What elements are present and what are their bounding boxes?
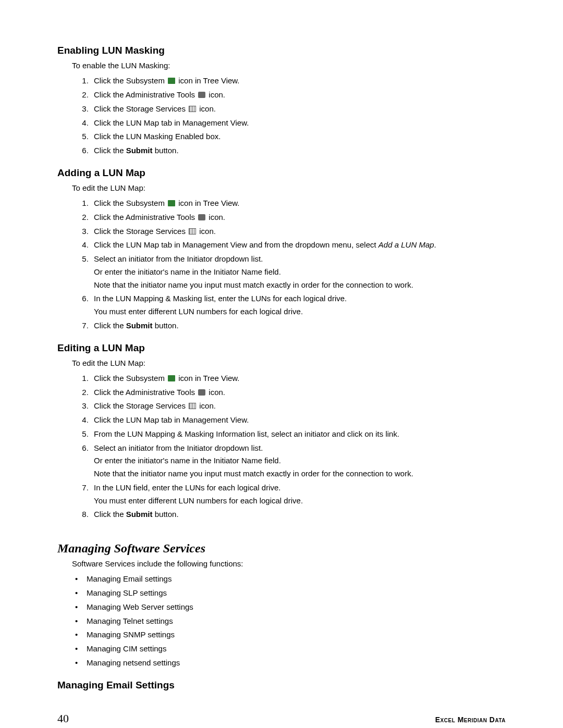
step-item: In the LUN field, enter the LUNs for eac…: [91, 481, 506, 508]
step-text: In the LUN field, enter the LUNs for eac…: [94, 483, 281, 492]
step-item: Click the Administrative Tools icon.: [91, 211, 506, 225]
step-item: From the LUN Mapping & Masking Informati…: [91, 427, 506, 441]
step-text: button.: [153, 321, 179, 330]
step-subline: You must enter different LUN numbers for…: [94, 306, 506, 317]
step-item: In the LUN Mapping & Masking list, enter…: [91, 292, 506, 319]
heading-editing-lun-map: Editing a LUN Map: [57, 342, 506, 354]
step-item: Click the LUN Map tab in Management View…: [91, 413, 506, 427]
bullet-item: Managing SNMP settings: [87, 628, 506, 642]
step-text: Click the Administrative Tools: [94, 388, 197, 397]
heading-managing-software-services: Managing Software Services: [57, 541, 506, 556]
step-text: .: [434, 240, 436, 249]
step-item: Click the Submit button.: [91, 319, 506, 333]
step-text: Select an initiator from the Initiator d…: [94, 443, 263, 452]
step-item: Click the Administrative Tools icon.: [91, 88, 506, 102]
step-text: button.: [153, 510, 179, 519]
step-subline: You must enter different LUN numbers for…: [94, 495, 506, 507]
step-subline: Note that the initiator name you input m…: [94, 468, 506, 479]
step-text: Select an initiator from the Initiator d…: [94, 254, 263, 263]
page-footer: 40 Excel Meridian Data: [57, 712, 506, 725]
bullet-item: Managing Email settings: [87, 572, 506, 586]
heading-adding-lun-map: Adding a LUN Map: [57, 167, 506, 179]
step-text: Click the Subsystem: [94, 199, 167, 207]
step-text: Click the Administrative Tools: [94, 90, 197, 99]
step-text: Click the Administrative Tools: [94, 213, 197, 221]
step-item: Click the LUN Masking Enabled box.: [91, 130, 506, 144]
document-page: Enabling LUN Masking To enable the LUN M…: [0, 0, 563, 728]
bullet-item: Managing Web Server settings: [87, 600, 506, 614]
step-text: icon.: [206, 388, 225, 397]
steps-list: Click the Subsystem icon in Tree View. C…: [72, 196, 506, 333]
step-item: Click the Subsystem icon in Tree View.: [91, 196, 506, 211]
page-number: 40: [57, 712, 69, 725]
steps-list: Click the Subsystem icon in Tree View. C…: [72, 372, 506, 522]
step-text: Click the: [94, 321, 126, 330]
step-text: icon.: [197, 401, 216, 410]
subsystem-icon: [168, 78, 175, 84]
bullet-item: Managing netsend settings: [87, 656, 506, 670]
step-text: Click the Storage Services: [94, 104, 188, 113]
storage-services-icon: [189, 228, 196, 235]
step-text: icon in Tree View.: [176, 199, 239, 207]
step-text: In the LUN Mapping & Masking list, enter…: [94, 294, 347, 303]
step-text: icon in Tree View.: [176, 76, 239, 85]
step-subline: Or enter the initiator's name in the Ini…: [94, 266, 506, 278]
step-item: Click the Subsystem icon in Tree View.: [91, 372, 506, 386]
step-item: Select an initiator from the Initiator d…: [91, 252, 506, 292]
step-subline: Or enter the initiator's name in the Ini…: [94, 455, 506, 466]
step-text: icon.: [197, 104, 216, 113]
storage-services-icon: [189, 106, 196, 112]
step-text: Click the Subsystem: [94, 76, 167, 85]
step-item: Click the Storage Services icon.: [91, 399, 506, 413]
step-text: Click the Storage Services: [94, 227, 188, 236]
admin-tools-icon: [198, 214, 205, 220]
subsystem-icon: [168, 200, 175, 206]
step-text: Click the: [94, 510, 126, 519]
step-item: Click the Storage Services icon.: [91, 102, 506, 116]
bullet-item: Managing CIM settings: [87, 642, 506, 656]
step-item: Click the Subsystem icon in Tree View.: [91, 74, 506, 88]
intro-text: To edit the LUN Map:: [72, 183, 506, 193]
step-text: icon in Tree View.: [176, 374, 239, 382]
subsystem-icon: [168, 375, 175, 381]
step-item: Click the Storage Services icon.: [91, 225, 506, 239]
step-text: Click the LUN Map tab in Management View…: [94, 240, 378, 249]
add-lun-map-italic: Add a LUN Map: [378, 240, 434, 249]
step-text: Click the: [94, 146, 126, 155]
admin-tools-icon: [198, 389, 205, 396]
step-item: Click the Submit button.: [91, 508, 506, 522]
step-item: Click the LUN Map tab in Management View…: [91, 238, 506, 252]
step-item: Select an initiator from the Initiator d…: [91, 441, 506, 481]
step-item: Click the Submit button.: [91, 144, 506, 158]
submit-bold: Submit: [126, 146, 153, 155]
footer-brand: Excel Meridian Data: [435, 715, 506, 724]
heading-managing-email-settings: Managing Email Settings: [57, 680, 506, 691]
step-subline: Note that the initiator name you input m…: [94, 279, 506, 291]
step-text: icon.: [206, 90, 225, 99]
steps-list: Click the Subsystem icon in Tree View. C…: [72, 74, 506, 158]
intro-text: Software Services include the following …: [72, 559, 506, 569]
intro-text: To edit the LUN Map:: [72, 358, 506, 368]
bullet-item: Managing SLP settings: [87, 586, 506, 600]
intro-text: To enable the LUN Masking:: [72, 60, 506, 71]
step-item: Click the LUN Map tab in Management View…: [91, 116, 506, 130]
admin-tools-icon: [198, 92, 205, 98]
step-text: button.: [153, 146, 179, 155]
storage-services-icon: [189, 403, 196, 409]
submit-bold: Submit: [126, 321, 153, 330]
step-text: Click the Subsystem: [94, 374, 167, 382]
step-item: Click the Administrative Tools icon.: [91, 386, 506, 400]
step-text: Click the Storage Services: [94, 401, 188, 410]
heading-enabling-lun-masking: Enabling LUN Masking: [57, 45, 506, 56]
step-text: icon.: [197, 227, 216, 236]
bullet-item: Managing Telnet settings: [87, 614, 506, 628]
submit-bold: Submit: [126, 510, 153, 519]
step-text: icon.: [206, 213, 225, 221]
bullet-list: Managing Email settings Managing SLP set…: [87, 572, 506, 670]
